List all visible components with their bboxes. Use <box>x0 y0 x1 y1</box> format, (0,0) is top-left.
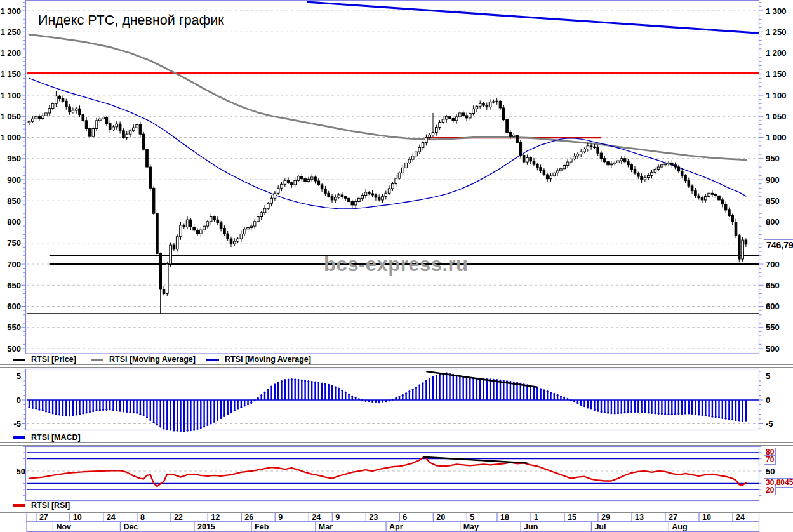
svg-text:650: 650 <box>7 281 21 290</box>
rsi-panel-border <box>26 447 759 501</box>
chart-window: 1 3001 3001 2501 2501 2001 2001 1501 150… <box>0 0 793 532</box>
last-price-label: 746,79 <box>764 239 793 251</box>
legend-ma-gray-label: RTSI [Moving Average] <box>109 355 196 364</box>
svg-text:700: 700 <box>766 260 780 269</box>
svg-text:1 150: 1 150 <box>766 69 787 79</box>
svg-text:1 050: 1 050 <box>0 112 21 121</box>
svg-text:5: 5 <box>17 371 21 381</box>
legend-price-label: RTSI [Price] <box>31 355 76 364</box>
svg-text:13: 13 <box>635 513 644 522</box>
macd-bars <box>29 372 747 432</box>
panel-separator <box>0 510 793 513</box>
svg-text:500: 500 <box>7 344 21 354</box>
rsi-trendline <box>423 457 527 463</box>
svg-text:900: 900 <box>766 175 780 185</box>
legend-ma-gray-dash <box>91 359 103 361</box>
rsi-level-70-label: 70 <box>764 455 776 465</box>
svg-text:May: May <box>463 522 479 531</box>
svg-text:750: 750 <box>7 238 21 248</box>
svg-text:12: 12 <box>211 513 220 522</box>
svg-text:29: 29 <box>601 513 610 522</box>
panel-separator <box>0 364 793 368</box>
blue-ma-line <box>29 78 746 208</box>
svg-text:700: 700 <box>7 260 21 269</box>
rsi-line <box>29 458 746 486</box>
legend-ma-gray: RTSI [Moving Average] <box>91 355 196 364</box>
svg-text:9: 9 <box>335 513 340 522</box>
svg-text:900: 900 <box>7 175 21 185</box>
svg-text:24: 24 <box>107 513 116 522</box>
legend-rsi-label: RTSI [RSI] <box>31 501 70 510</box>
svg-text:550: 550 <box>766 323 780 332</box>
svg-text:24: 24 <box>736 513 745 522</box>
svg-text:15: 15 <box>568 513 576 522</box>
legend-macd-dash <box>13 436 25 439</box>
legend-ma-blue: RTSI [Moving Average] <box>206 355 311 364</box>
svg-text:6: 6 <box>403 513 407 522</box>
legend-rsi: RTSI [RSI] <box>13 501 70 510</box>
legend-ma-blue-label: RTSI [Moving Average] <box>225 355 311 364</box>
svg-text:5: 5 <box>766 371 770 381</box>
price-trendline <box>307 2 759 33</box>
legend-price-dash <box>13 359 25 361</box>
svg-text:950: 950 <box>7 154 21 163</box>
svg-text:Dec: Dec <box>123 522 138 531</box>
legend-ma-blue-dash <box>206 359 219 361</box>
svg-text:1 300: 1 300 <box>0 6 21 16</box>
watermark: bcs-express.ru <box>324 253 469 276</box>
svg-text:1 000: 1 000 <box>0 133 21 142</box>
svg-text:650: 650 <box>766 281 780 290</box>
svg-text:1 250: 1 250 <box>766 27 787 37</box>
svg-text:2015: 2015 <box>197 522 215 531</box>
legend-macd: RTSI [MACD] <box>13 433 81 442</box>
svg-text:Feb: Feb <box>255 522 269 531</box>
svg-text:23: 23 <box>369 513 378 522</box>
svg-text:Jun: Jun <box>524 522 538 531</box>
svg-text:1 100: 1 100 <box>766 91 787 100</box>
svg-text:1 100: 1 100 <box>0 91 21 100</box>
svg-text:Aug: Aug <box>672 522 687 531</box>
svg-text:27: 27 <box>39 513 48 522</box>
svg-text:0: 0 <box>766 396 770 405</box>
svg-text:Jul: Jul <box>594 522 606 531</box>
svg-text:800: 800 <box>766 217 780 227</box>
svg-text:1 150: 1 150 <box>0 69 21 79</box>
svg-text:18: 18 <box>500 513 509 522</box>
svg-text:Nov: Nov <box>56 522 71 531</box>
svg-text:5: 5 <box>470 513 474 522</box>
svg-text:1 200: 1 200 <box>0 48 21 58</box>
svg-text:Mar: Mar <box>319 522 333 531</box>
candles <box>28 91 747 313</box>
svg-text:9: 9 <box>278 513 283 522</box>
panel-separator <box>0 442 793 446</box>
svg-text:850: 850 <box>7 196 21 206</box>
rsi-panel <box>23 446 762 495</box>
svg-text:20: 20 <box>436 513 445 522</box>
svg-text:10: 10 <box>73 513 82 522</box>
svg-text:Apr: Apr <box>389 522 403 531</box>
svg-text:8: 8 <box>140 513 145 522</box>
svg-text:27: 27 <box>669 513 677 522</box>
price-grid <box>27 11 759 349</box>
price-level-lines <box>27 73 759 314</box>
legend-rsi-dash <box>13 504 25 507</box>
rsi-level-50-left-label: 50 <box>10 467 25 475</box>
svg-text:550: 550 <box>7 323 21 332</box>
svg-text:1 200: 1 200 <box>766 48 787 58</box>
svg-text:-5: -5 <box>766 419 773 429</box>
date-axis: 27102482212269249236205181152913271024No… <box>27 512 759 532</box>
svg-text:600: 600 <box>766 302 780 311</box>
svg-text:22: 22 <box>174 513 183 522</box>
svg-text:600: 600 <box>7 302 21 311</box>
legend-macd-label: RTSI [MACD] <box>31 433 81 442</box>
svg-text:800: 800 <box>7 217 21 227</box>
rsi-level-50-right-label: 50 <box>766 467 775 475</box>
svg-text:1: 1 <box>534 513 538 522</box>
svg-text:1 050: 1 050 <box>766 112 787 121</box>
legend-price: RTSI [Price] <box>13 355 76 364</box>
svg-text:850: 850 <box>766 196 780 206</box>
rsi-level-20-label: 20 <box>764 486 776 495</box>
svg-text:1 000: 1 000 <box>766 133 787 142</box>
svg-text:0: 0 <box>17 396 21 405</box>
svg-text:26: 26 <box>244 513 253 522</box>
